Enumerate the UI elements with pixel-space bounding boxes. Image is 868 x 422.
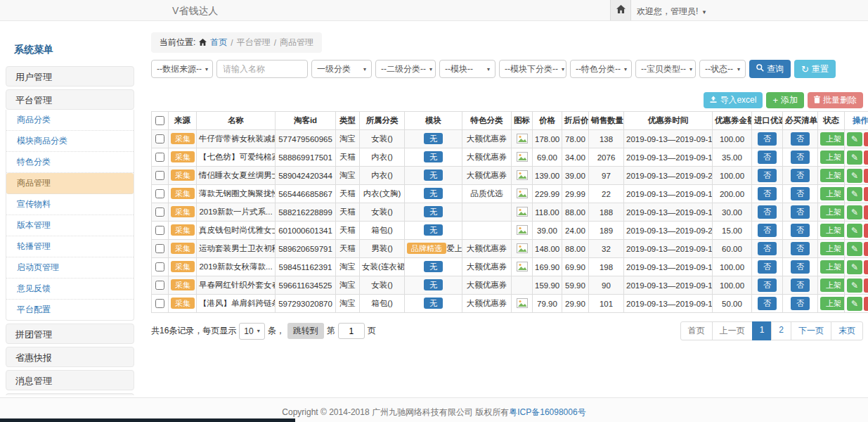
status-toggle[interactable]: 上架 (820, 169, 845, 182)
must-buy-toggle[interactable]: 否 (791, 279, 810, 292)
delete-button[interactable] (864, 187, 868, 201)
select-all-checkbox[interactable] (155, 116, 164, 125)
delete-button[interactable] (864, 260, 868, 274)
jump-button[interactable]: 跳转到 (287, 323, 324, 339)
sidebar-item[interactable]: 特色分类 (6, 152, 134, 173)
reset-button[interactable]: ↻ 重置 (794, 60, 836, 78)
edit-button[interactable]: ✎ (847, 205, 862, 219)
import-select-toggle[interactable]: 否 (758, 151, 777, 164)
horizontal-scrollbar-thumb[interactable] (0, 418, 295, 422)
status-toggle[interactable]: 上架 (820, 151, 845, 164)
sidebar-item[interactable]: 商品分类 (6, 110, 134, 131)
module-none-badge[interactable]: 无 (424, 133, 443, 144)
delete-button[interactable] (864, 169, 868, 183)
filter-select-status[interactable]: --状态--▾ (699, 60, 746, 78)
user-menu[interactable]: 欢迎您，管理员! ▾ (637, 6, 706, 18)
filter-select-level2-category[interactable]: --二级分类--▾ (375, 60, 436, 78)
status-toggle[interactable]: 上架 (820, 260, 845, 274)
status-toggle[interactable]: 上架 (820, 205, 845, 219)
filter-name-input[interactable] (216, 60, 308, 78)
pager-button-首页[interactable]: 首页 (680, 321, 713, 340)
search-button[interactable]: 查询 (749, 60, 791, 78)
pager-button-1[interactable]: 1 (752, 321, 772, 340)
delete-button[interactable] (864, 279, 868, 293)
row-checkbox[interactable] (155, 189, 164, 198)
edit-button[interactable]: ✎ (847, 151, 862, 165)
sidebar-group[interactable]: 消息管理 (6, 370, 134, 390)
pager-button-上一页[interactable]: 上一页 (712, 321, 753, 340)
delete-button[interactable] (864, 132, 868, 146)
import-select-toggle[interactable]: 否 (758, 242, 777, 255)
delete-button[interactable] (864, 205, 868, 219)
row-checkbox[interactable] (155, 244, 164, 253)
pager-button-下一页[interactable]: 下一页 (791, 321, 831, 340)
sidebar-item[interactable]: 平台配置 (6, 300, 134, 320)
module-none-badge[interactable]: 无 (424, 279, 443, 290)
status-toggle[interactable]: 上架 (820, 297, 845, 310)
module-none-badge[interactable]: 无 (424, 170, 443, 181)
import-select-toggle[interactable]: 否 (758, 279, 777, 292)
row-checkbox[interactable] (155, 153, 164, 162)
per-page-select[interactable]: 10 ▾ (239, 323, 264, 340)
import-select-toggle[interactable]: 否 (758, 169, 777, 182)
status-toggle[interactable]: 上架 (820, 224, 845, 237)
module-none-badge[interactable]: 无 (424, 206, 443, 217)
sidebar-group[interactable]: 拼团管理 (6, 324, 134, 344)
batch-delete-button[interactable]: 批量删除 (808, 92, 863, 108)
breadcrumb-home-link[interactable]: 首页 (210, 37, 227, 49)
row-checkbox[interactable] (155, 299, 164, 308)
must-buy-toggle[interactable]: 否 (791, 242, 810, 255)
delete-button[interactable] (864, 224, 868, 238)
edit-button[interactable]: ✎ (847, 224, 862, 238)
import-select-toggle[interactable]: 否 (758, 224, 777, 237)
module-none-badge[interactable]: 无 (424, 298, 443, 309)
pager-button-末页[interactable]: 末页 (831, 321, 863, 340)
jump-page-input[interactable] (338, 323, 365, 339)
status-toggle[interactable]: 上架 (820, 242, 845, 255)
filter-select-module[interactable]: --模块--▾ (439, 60, 495, 78)
status-toggle[interactable]: 上架 (820, 279, 845, 292)
import-select-toggle[interactable]: 否 (758, 260, 777, 274)
module-none-badge[interactable]: 无 (424, 188, 443, 199)
edit-button[interactable]: ✎ (847, 297, 862, 311)
pager-button-2[interactable]: 2 (771, 321, 791, 340)
filter-select-data-source[interactable]: --数据来源--▾ (151, 60, 213, 78)
filter-select-item-type[interactable]: --宝贝类型--▾ (635, 60, 696, 78)
edit-button[interactable]: ✎ (847, 132, 862, 146)
edit-button[interactable]: ✎ (847, 169, 862, 183)
edit-button[interactable]: ✎ (847, 260, 862, 274)
sidebar-group[interactable]: 平台管理 (6, 89, 134, 110)
must-buy-toggle[interactable]: 否 (791, 260, 810, 274)
row-checkbox[interactable] (155, 134, 164, 143)
must-buy-toggle[interactable]: 否 (791, 151, 810, 164)
must-buy-toggle[interactable]: 否 (791, 187, 810, 200)
module-none-badge[interactable]: 无 (424, 224, 443, 236)
filter-select-module-subcategory[interactable]: --模块下分类--▾ (499, 60, 566, 78)
import-select-toggle[interactable]: 否 (758, 187, 777, 200)
icp-link[interactable]: 粤ICP备16098006号 (509, 407, 585, 417)
delete-button[interactable] (864, 242, 868, 256)
sidebar-item[interactable]: 版本管理 (6, 215, 134, 236)
module-none-badge[interactable]: 无 (424, 151, 443, 162)
sidebar-item[interactable]: 模块商品分类 (6, 131, 134, 152)
sidebar-group[interactable]: 省惠快报 (6, 347, 134, 367)
must-buy-toggle[interactable]: 否 (791, 169, 810, 182)
home-button[interactable] (610, 0, 631, 20)
sidebar-group[interactable]: 订单管理 (6, 393, 134, 395)
sidebar-item[interactable]: 轮播管理 (6, 236, 134, 257)
must-buy-toggle[interactable]: 否 (791, 297, 810, 310)
sidebar-item[interactable]: 意见反馈 (6, 279, 134, 300)
sidebar-item[interactable]: 启动页管理 (6, 257, 134, 279)
import-excel-button[interactable]: 导入excel (704, 92, 763, 108)
sidebar-item[interactable]: 宣传物料 (6, 194, 134, 215)
status-toggle[interactable]: 上架 (820, 187, 845, 200)
row-checkbox[interactable] (155, 281, 164, 290)
delete-button[interactable] (864, 297, 868, 311)
must-buy-toggle[interactable]: 否 (791, 205, 810, 219)
status-toggle[interactable]: 上架 (820, 132, 845, 146)
import-select-toggle[interactable]: 否 (758, 132, 777, 146)
row-checkbox[interactable] (155, 171, 164, 180)
filter-select-level1-category[interactable]: 一级分类▾ (311, 60, 372, 78)
edit-button[interactable]: ✎ (847, 187, 862, 201)
sidebar-item[interactable]: 商品管理 (6, 173, 134, 194)
